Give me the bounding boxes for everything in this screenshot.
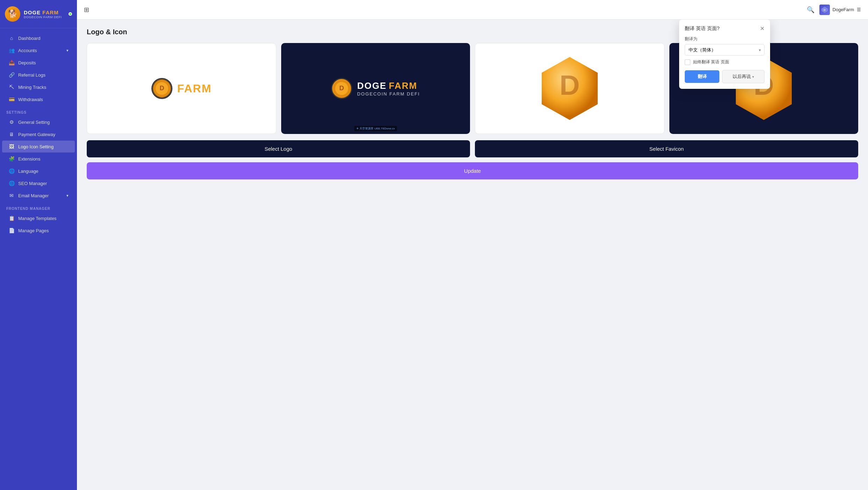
chevron-down-icon: ▾	[752, 75, 754, 79]
translate-popup-title: 翻译 英语 页面?	[685, 26, 720, 32]
language-icon: 🌐	[8, 168, 15, 174]
sidebar-item-label: Accounts	[18, 48, 37, 53]
sidebar-item-logo-icon-setting[interactable]: 🖼 Logo Icon Setting	[2, 141, 75, 152]
update-button[interactable]: Update	[87, 162, 858, 179]
sidebar-item-manage-pages[interactable]: 📄 Manage Pages	[2, 225, 75, 236]
sidebar-item-email-manager[interactable]: ✉ Email Manager ▾	[2, 190, 75, 201]
translate-actions: 翻译 以后再说 ▾	[685, 70, 764, 83]
user-menu[interactable]: D DogeFarm ☰	[819, 5, 861, 15]
select-logo-button[interactable]: Select Logo	[87, 140, 470, 157]
translate-select-wrapper: 中文（简体） ▾	[685, 44, 764, 56]
user-name: DogeFarm	[833, 7, 854, 12]
sidebar-item-extensions[interactable]: 🧩 Extensions	[2, 153, 75, 165]
frontend-section-label: FRONTEND MANAGER	[0, 202, 77, 212]
translate-popup: 翻译 英语 页面? ✕ 翻译为 中文（简体） ▾ 始终翻译 英语 页面 翻译 以…	[679, 20, 770, 89]
sidebar-item-payment-gateway[interactable]: 🖥 Payment Gateway	[2, 128, 75, 140]
dashboard-icon: ⌂	[8, 35, 15, 41]
page-content: Logo & Icon D FARM	[77, 20, 868, 490]
translate-always-row: 始终翻译 英语 页面	[685, 59, 764, 65]
sidebar-item-label: Mining Tracks	[18, 85, 46, 90]
always-translate-label: 始终翻译 英语 页面	[693, 59, 729, 65]
dark-logo-title-row: DOGE FARM	[357, 80, 420, 91]
translate-button[interactable]: 翻译	[685, 70, 719, 83]
dark-logo-subtitle: DOGECOIN FARM DEFI	[357, 91, 420, 97]
accounts-icon: 👥	[8, 48, 15, 53]
sidebar-item-label: Manage Pages	[18, 228, 49, 233]
seo-icon: 🌐	[8, 180, 15, 186]
brand-avatar-emoji: 🐕	[8, 9, 17, 19]
payment-icon: 🖥	[8, 132, 15, 137]
chevron-down-icon: ▾	[66, 193, 69, 198]
sidebar-item-accounts[interactable]: 👥 Accounts ▾	[2, 44, 75, 56]
svg-text:D: D	[824, 8, 826, 12]
sidebar-item-label: Logo Icon Setting	[18, 144, 54, 149]
brand-title: DOGE FARM	[24, 9, 62, 15]
user-menu-icon: ☰	[857, 7, 861, 12]
sidebar-item-referral-logs[interactable]: 🔗 Referral Logs	[2, 69, 75, 81]
brand-text: DOGE FARM DOGECOIN FARM DEFI	[24, 9, 62, 19]
logo-card-light: D FARM	[87, 43, 276, 134]
action-buttons-row: Select Logo Select Favicon	[87, 140, 858, 157]
watermark: ✈ 天空资源库 UEE.TEDone.cx	[354, 126, 397, 131]
translate-popup-header: 翻译 英语 页面? ✕	[685, 25, 764, 32]
user-logo-icon: D	[821, 6, 828, 13]
sidebar-item-label: Payment Gateway	[18, 132, 55, 137]
doge-coin-dark: D	[331, 78, 352, 99]
sidebar-item-mining-tracks[interactable]: ⛏ Mining Tracks	[2, 81, 75, 93]
coin-svg: D	[152, 78, 171, 99]
svg-text:D: D	[560, 70, 580, 101]
sidebar-item-withdrawals[interactable]: 💳 Withdrawals	[2, 93, 75, 105]
brand-title-white: DOGE	[24, 9, 41, 15]
coin-hex-light: D	[535, 54, 605, 123]
dark-logo-title-white: DOGE	[357, 80, 387, 91]
user-avatar: D	[819, 5, 830, 15]
logo-icon: 🖼	[8, 144, 15, 149]
logo-card-dark: D DOGE FARM DOGECOIN FARM DEFI ✈ 天空资源库 U…	[281, 43, 470, 134]
sidebar-item-label: Deposits	[18, 60, 36, 65]
sidebar-item-label: Dashboard	[18, 36, 41, 41]
chevron-down-icon: ▾	[66, 48, 69, 53]
withdrawals-icon: 💳	[8, 97, 15, 102]
deposits-icon: 📥	[8, 60, 15, 65]
sidebar-item-deposits[interactable]: 📥 Deposits	[2, 57, 75, 69]
settings-section-label: SETTINGS	[0, 106, 77, 116]
sidebar-nav: ⌂ Dashboard 👥 Accounts ▾ 📥 Deposits 🔗 Re…	[0, 28, 77, 490]
language-select[interactable]: 中文（简体）	[685, 44, 764, 56]
pages-icon: 📄	[8, 228, 15, 233]
brand-subtitle: DOGECOIN FARM DEFI	[24, 15, 62, 19]
dark-logo-text-block: DOGE FARM DOGECOIN FARM DEFI	[357, 80, 420, 97]
sidebar-item-general-setting[interactable]: ⚙ General Setting	[2, 116, 75, 128]
coin-svg-dark: D	[332, 78, 351, 99]
gear-icon: ⚙	[8, 119, 15, 125]
logo-card-dark-inner: D DOGE FARM DOGECOIN FARM DEFI	[324, 71, 427, 106]
close-icon[interactable]: ✕	[760, 25, 764, 32]
dark-logo-title-orange: FARM	[389, 80, 418, 91]
sidebar-item-label: SEO Manager	[18, 181, 47, 186]
logo-card-light-inner: D FARM	[144, 71, 219, 106]
sidebar-item-language[interactable]: 🌐 Language	[2, 165, 75, 177]
sidebar-item-dashboard[interactable]: ⌂ Dashboard	[2, 32, 75, 44]
templates-icon: 📋	[8, 215, 15, 221]
later-label: 以后再说	[733, 73, 751, 80]
sidebar-item-seo-manager[interactable]: 🌐 SEO Manager	[2, 177, 75, 189]
later-button[interactable]: 以后再说 ▾	[722, 70, 764, 83]
always-translate-checkbox[interactable]	[685, 59, 690, 65]
sidebar: 🐕 DOGE FARM DOGECOIN FARM DEFI ⌂ Dashboa…	[0, 0, 77, 490]
svg-text:D: D	[339, 84, 344, 92]
sidebar-item-manage-templates[interactable]: 📋 Manage Templates	[2, 212, 75, 224]
svg-text:D: D	[159, 85, 164, 92]
mining-icon: ⛏	[8, 84, 15, 90]
search-icon[interactable]: 🔍	[807, 6, 814, 14]
logo-card-coin-light: D	[475, 43, 664, 134]
sidebar-item-label: Manage Templates	[18, 216, 57, 221]
farm-text: FARM	[177, 82, 212, 95]
select-favicon-button[interactable]: Select Favicon	[475, 140, 858, 157]
referral-icon: 🔗	[8, 72, 15, 78]
expand-icon[interactable]: ⊞	[84, 6, 89, 14]
translate-to-label: 翻译为	[685, 36, 764, 42]
sidebar-item-label: General Setting	[18, 120, 50, 125]
sidebar-item-label: Withdrawals	[18, 97, 43, 102]
sidebar-item-label: Referral Logs	[18, 72, 45, 78]
sidebar-logo: 🐕 DOGE FARM DOGECOIN FARM DEFI	[0, 0, 77, 28]
sidebar-item-label: Email Manager	[18, 193, 49, 198]
